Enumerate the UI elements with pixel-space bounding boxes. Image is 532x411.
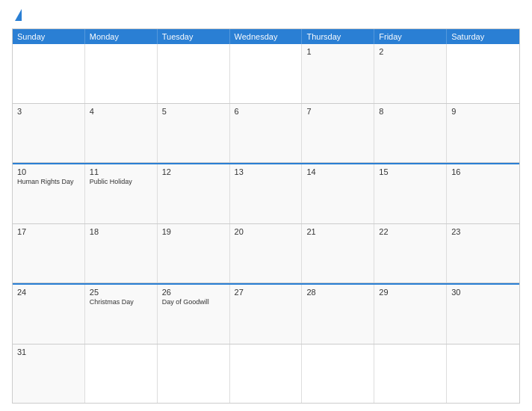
- cal-day-13: 13: [230, 164, 303, 223]
- day-number: 11: [90, 167, 152, 176]
- page: Sunday Monday Tuesday Wednesday Thursday…: [0, 0, 532, 411]
- cal-day-25: 25Christmas Day: [85, 285, 158, 344]
- header-tuesday: Tuesday: [158, 29, 230, 44]
- header-friday: Friday: [374, 29, 447, 44]
- cal-cell-empty: [85, 344, 158, 404]
- day-number: 8: [379, 107, 442, 116]
- day-number: 9: [451, 107, 515, 116]
- day-number: 19: [162, 227, 225, 236]
- day-number: 24: [17, 288, 80, 297]
- header-monday: Monday: [85, 29, 158, 44]
- cal-day-12: 12: [158, 164, 230, 223]
- day-number: 7: [306, 107, 369, 116]
- day-number: 3: [17, 107, 80, 116]
- cal-day-19: 19: [158, 224, 230, 283]
- day-number: 22: [379, 227, 442, 236]
- logo: [12, 9, 22, 22]
- cal-day-11: 11Public Holiday: [85, 164, 158, 223]
- calendar: Sunday Monday Tuesday Wednesday Thursday…: [12, 28, 520, 404]
- cal-cell-empty: [447, 344, 519, 404]
- calendar-week-4: 17181920212223: [13, 224, 519, 284]
- logo-triangle-icon: [15, 9, 22, 21]
- cal-day-7: 7: [302, 104, 374, 163]
- day-number: 15: [379, 167, 442, 176]
- day-number: 13: [235, 167, 297, 176]
- cal-cell-empty: [230, 344, 303, 404]
- cal-day-18: 18: [85, 224, 158, 283]
- cal-day-24: 24: [13, 285, 85, 344]
- cal-day-8: 8: [374, 104, 447, 163]
- cal-day-4: 4: [85, 104, 158, 163]
- header-thursday: Thursday: [302, 29, 374, 44]
- header: [12, 9, 520, 22]
- day-number: 5: [162, 107, 225, 116]
- day-number: 25: [90, 288, 152, 297]
- cal-cell-empty: [447, 44, 519, 103]
- day-number: 6: [235, 107, 297, 116]
- cal-day-27: 27: [230, 285, 303, 344]
- day-number: 31: [17, 347, 80, 356]
- cal-day-15: 15: [374, 164, 447, 223]
- cal-day-20: 20: [230, 224, 303, 283]
- cal-day-22: 22: [374, 224, 447, 283]
- cal-day-16: 16: [447, 164, 519, 223]
- header-wednesday: Wednesday: [230, 29, 303, 44]
- day-number: 29: [379, 288, 442, 297]
- cal-day-2: 2: [374, 44, 447, 103]
- day-number: 4: [90, 107, 152, 116]
- day-number: 12: [162, 167, 225, 176]
- calendar-header-row: Sunday Monday Tuesday Wednesday Thursday…: [13, 29, 519, 44]
- day-number: 1: [306, 47, 369, 56]
- day-number: 17: [17, 227, 80, 236]
- holiday-label: Day of Goodwill: [162, 298, 225, 306]
- calendar-week-1: 12: [13, 44, 519, 104]
- cal-day-31: 31: [13, 344, 85, 404]
- cal-day-14: 14: [302, 164, 374, 223]
- day-number: 23: [451, 227, 515, 236]
- cal-day-21: 21: [302, 224, 374, 283]
- cal-day-1: 1: [302, 44, 374, 103]
- cal-cell-empty: [374, 344, 447, 404]
- calendar-week-5: 2425Christmas Day26Day of Goodwill272829…: [13, 283, 519, 344]
- day-number: 18: [90, 227, 152, 236]
- cal-cell-empty: [158, 44, 230, 103]
- cal-cell-empty: [85, 44, 158, 103]
- calendar-week-3: 10Human Rights Day11Public Holiday121314…: [13, 163, 519, 224]
- cal-cell-empty: [302, 344, 374, 404]
- holiday-label: Human Rights Day: [17, 178, 80, 186]
- cal-day-26: 26Day of Goodwill: [158, 285, 230, 344]
- cal-day-9: 9: [447, 104, 519, 163]
- holiday-label: Christmas Day: [90, 298, 152, 306]
- cal-day-30: 30: [447, 285, 519, 344]
- day-number: 20: [235, 227, 297, 236]
- day-number: 21: [306, 227, 369, 236]
- cal-day-23: 23: [447, 224, 519, 283]
- day-number: 2: [379, 47, 442, 56]
- day-number: 10: [17, 167, 80, 176]
- calendar-week-6: 31: [13, 344, 519, 404]
- day-number: 26: [162, 288, 225, 297]
- day-number: 16: [451, 167, 515, 176]
- calendar-body: 12345678910Human Rights Day11Public Holi…: [13, 44, 519, 403]
- cal-day-6: 6: [230, 104, 303, 163]
- day-number: 14: [306, 167, 369, 176]
- header-sunday: Sunday: [13, 29, 85, 44]
- cal-day-29: 29: [374, 285, 447, 344]
- day-number: 30: [451, 288, 515, 297]
- cal-cell-empty: [230, 44, 303, 103]
- holiday-label: Public Holiday: [90, 178, 152, 186]
- day-number: 28: [306, 288, 369, 297]
- calendar-week-2: 3456789: [13, 104, 519, 164]
- cal-day-10: 10Human Rights Day: [13, 164, 85, 223]
- header-saturday: Saturday: [447, 29, 519, 44]
- cal-day-3: 3: [13, 104, 85, 163]
- cal-cell-empty: [13, 44, 85, 103]
- cal-day-28: 28: [302, 285, 374, 344]
- day-number: 27: [235, 288, 297, 297]
- cal-cell-empty: [158, 344, 230, 404]
- cal-day-17: 17: [13, 224, 85, 283]
- cal-day-5: 5: [158, 104, 230, 163]
